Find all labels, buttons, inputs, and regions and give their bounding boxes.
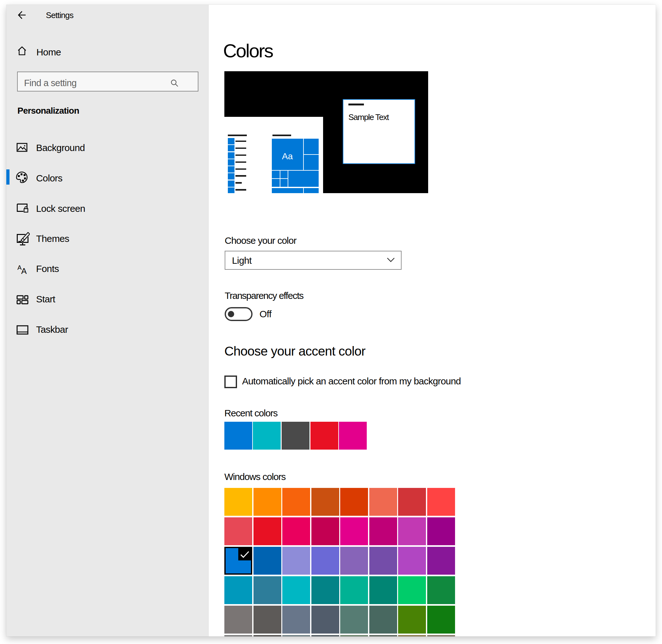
svg-text:A: A — [21, 266, 27, 275]
